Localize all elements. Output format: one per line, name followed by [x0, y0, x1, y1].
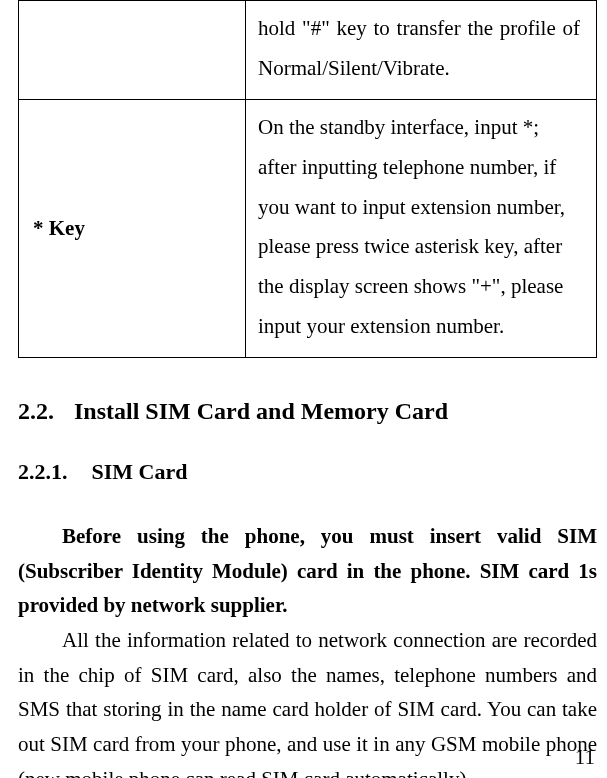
page-number: 11: [575, 745, 595, 770]
section-heading: 2.2.Install SIM Card and Memory Card: [18, 398, 597, 425]
table-row: * Key On the standby interface, input *;…: [19, 99, 597, 357]
key-function-table: hold "#" key to transfer the profile of …: [18, 0, 597, 358]
cell-desc-star-text: On the standby interface, input *; after…: [258, 108, 580, 347]
cell-desc-star: On the standby interface, input *; after…: [246, 99, 597, 357]
subsection-heading: 2.2.1.SIM Card: [18, 459, 597, 485]
table-row: hold "#" key to transfer the profile of …: [19, 1, 597, 100]
cell-desc-hash: hold "#" key to transfer the profile of …: [246, 1, 597, 100]
section-number: 2.2.: [18, 398, 54, 425]
subsection-title: SIM Card: [92, 459, 188, 484]
paragraph-bold: Before using the phone, you must insert …: [18, 519, 597, 623]
cell-key-star: * Key: [19, 99, 246, 357]
subsection-number: 2.2.1.: [18, 459, 68, 485]
paragraph-body: All the information related to network c…: [18, 623, 597, 778]
section-title: Install SIM Card and Memory Card: [74, 398, 448, 424]
cell-key-empty: [19, 1, 246, 100]
